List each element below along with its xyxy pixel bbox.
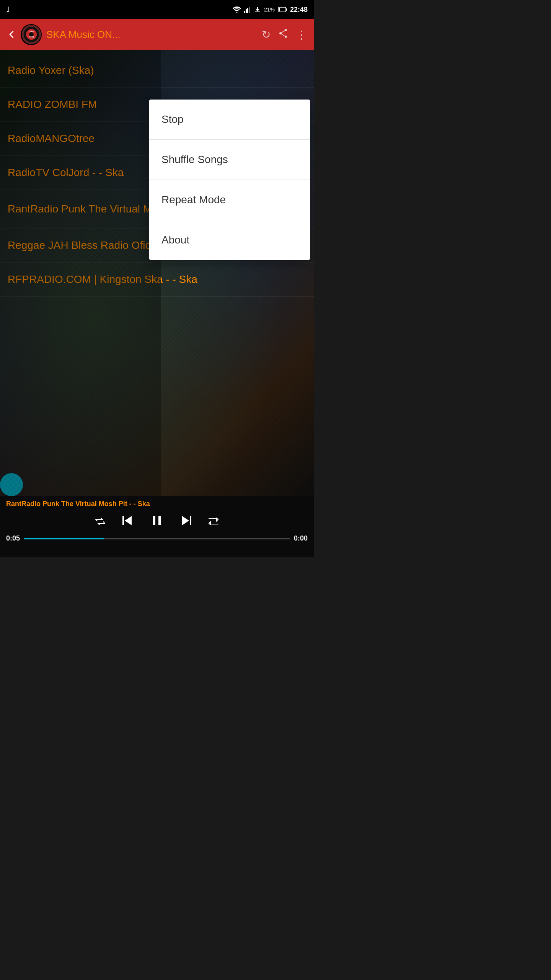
more-icon[interactable]: ⋮ [296, 28, 308, 41]
svg-rect-22 [190, 516, 191, 525]
battery-icon [278, 7, 287, 12]
progress-bar-fill [24, 538, 104, 539]
pause-button[interactable] [150, 514, 164, 531]
svg-rect-1 [244, 11, 245, 13]
dropdown-menu: Stop Shuffle Songs Repeat Mode About [149, 100, 310, 260]
player-bar: RantRadio Punk The Virtual Mosh Pit - - … [0, 496, 314, 557]
music-note-icon: ♩ [6, 5, 10, 14]
progress-row: 0:05 0:00 [0, 534, 314, 542]
app-title: SKA Music ON... [46, 29, 262, 41]
status-bar-left: ♩ [6, 5, 10, 14]
time-display: 22:48 [290, 6, 308, 14]
svg-rect-4 [249, 7, 250, 13]
menu-item-repeat[interactable]: Repeat Mode [149, 180, 310, 220]
svg-rect-2 [246, 9, 247, 13]
svg-rect-8 [278, 8, 280, 11]
time-elapsed: 0:05 [6, 534, 20, 542]
prev-button[interactable] [121, 514, 135, 531]
svg-text:SKA: SKA [29, 30, 34, 33]
back-icon[interactable] [6, 29, 17, 40]
shuffle-button[interactable] [95, 516, 106, 528]
signal-icon [244, 6, 251, 13]
time-total: 0:00 [294, 534, 308, 542]
app-logo: SKA music [21, 24, 42, 45]
svg-rect-5 [255, 11, 260, 12]
status-bar-right: 21% 22:48 [233, 6, 308, 14]
repeat-button[interactable] [208, 516, 219, 528]
svg-rect-20 [153, 516, 155, 525]
svg-point-0 [236, 12, 237, 13]
svg-rect-7 [286, 8, 287, 11]
download-icon [254, 6, 261, 13]
menu-item-stop[interactable]: Stop [149, 100, 310, 140]
svg-rect-3 [247, 8, 248, 13]
menu-item-about[interactable]: About [149, 220, 310, 260]
svg-line-17 [280, 30, 286, 33]
share-icon[interactable] [278, 28, 288, 41]
wifi-icon [233, 6, 241, 13]
svg-rect-21 [158, 516, 161, 525]
next-button[interactable] [179, 514, 193, 531]
logo-inner: SKA music [22, 25, 41, 44]
battery-text: 21% [264, 7, 275, 13]
app-bar-actions: ↻ ⋮ [262, 28, 308, 41]
status-bar: ♩ 21% 22:48 [0, 0, 314, 19]
svg-line-18 [280, 33, 286, 37]
menu-item-shuffle[interactable]: Shuffle Songs [149, 140, 310, 180]
content-dim [0, 50, 161, 496]
svg-rect-19 [122, 516, 124, 525]
app-bar: SKA music SKA Music ON... ↻ ⋮ [0, 19, 314, 50]
svg-text:music: music [28, 36, 34, 38]
main-content: Radio Yoxer (Ska) RADIO ZOMBI FM RadioMA… [0, 50, 314, 496]
now-playing-text: RantRadio Punk The Virtual Mosh Pit - - … [0, 496, 314, 510]
refresh-icon[interactable]: ↻ [262, 28, 271, 41]
progress-bar[interactable] [24, 538, 290, 539]
dropdown-overlay[interactable]: Stop Shuffle Songs Repeat Mode About [0, 50, 314, 496]
player-controls [0, 510, 314, 534]
